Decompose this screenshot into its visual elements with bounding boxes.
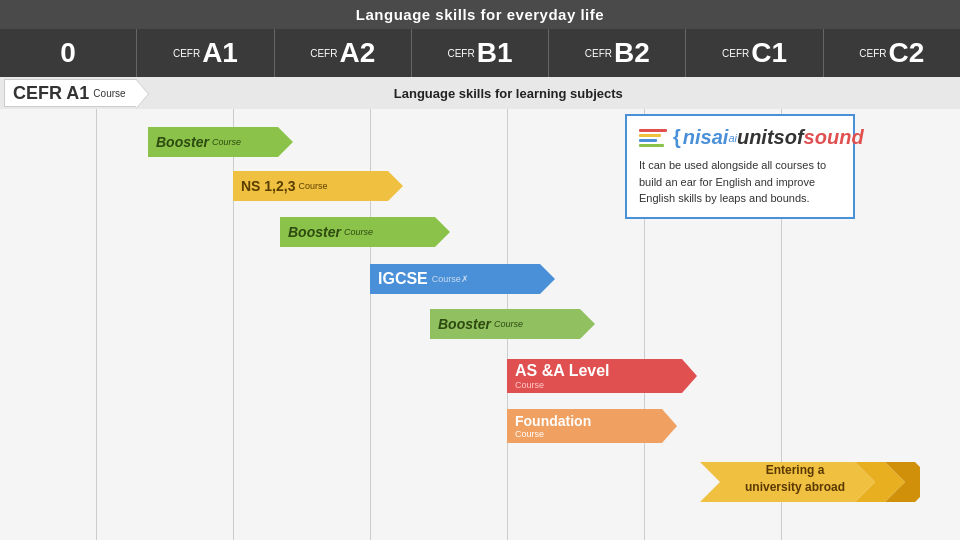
booster-course-2: Booster Course [280,217,435,247]
stripe-green [639,144,664,147]
cefr-level-b2: B2 [614,37,650,69]
cefr-cell-a1: CEFR A1 [137,29,274,77]
cefr-cell-c2: CEFR C2 [824,29,960,77]
as-level-sublabel: Course [515,380,610,390]
foundation-sublabel: Course [515,429,591,439]
cefr-row: 0 CEFR A1 CEFR A2 CEFR B1 CEFR B2 CEFR C… [0,29,960,77]
main-area: Booster Course NS 1,2,3 Course Booster C… [0,109,960,540]
igcse-course: IGCSE Course✗ [370,264,540,294]
cefr-level-0: 0 [60,37,76,69]
foundation-name: Foundation [515,413,591,429]
university-abroad-box: Entering auniversity abroad [700,457,920,507]
nisai-box: { nisaiai unitsofsound It can be used al… [625,114,855,219]
cefr-cell-b2: CEFR B2 [549,29,686,77]
booster3-name: Booster [438,316,491,332]
as-level-name: AS &A Level [515,362,610,379]
cefr-level-c2: C2 [889,37,925,69]
main-container: Language skills for everyday life 0 CEFR… [0,0,960,540]
nisai-description: It can be used alongside all courses to … [639,157,841,207]
cefr-label-c1: CEFR [722,48,749,59]
ns-course: NS 1,2,3 Course [233,171,388,201]
cefr-level-a1: A1 [202,37,238,69]
igcse-name: IGCSE [378,270,428,288]
ns-name: NS 1,2,3 [241,178,295,194]
cefr-cell-c1: CEFR C1 [686,29,823,77]
cefr-label-a1: CEFR [173,48,200,59]
nisai-head-icon: { [673,126,681,149]
nisai-logo: { nisaiai unitsofsound [639,126,841,149]
grid-line-1 [96,109,97,540]
nisai-sound-text: sound [804,126,864,149]
ns-sublabel: Course [298,181,327,191]
a1-course-label: CEFR A1 [13,83,89,104]
cefr-level-a2: A2 [339,37,375,69]
cefr-cell-b1: CEFR B1 [412,29,549,77]
a1-row: CEFR A1 Course Language skills for learn… [0,77,960,109]
booster1-name: Booster [156,134,209,150]
subjects-header: Language skills for learning subjects [137,86,960,101]
stripe-red [639,129,667,132]
nisai-of-text: of [785,126,804,149]
booster2-name: Booster [288,224,341,240]
stripe-yellow [639,134,661,137]
booster1-sublabel: Course [212,137,241,147]
igcse-sublabel: Course✗ [432,274,469,284]
foundation-course: Foundation Course [507,409,662,443]
nisai-trademark: ai [728,132,737,144]
stripe-blue [639,139,657,142]
as-level-course: AS &A Level Course [507,359,682,393]
nisai-brand-name: nisai [683,126,729,149]
cefr-label-c2: CEFR [859,48,886,59]
top-header: Language skills for everyday life [0,0,960,29]
a1-course-sublabel: Course [93,88,125,99]
logo-stripes [639,129,667,147]
cefr-label-a2: CEFR [310,48,337,59]
booster-course-3: Booster Course [430,309,580,339]
cefr-label-b1: CEFR [447,48,474,59]
a1-course-arrow: CEFR A1 Course [4,79,137,107]
cefr-level-b1: B1 [477,37,513,69]
nisai-units-text: units [737,126,785,149]
booster2-sublabel: Course [344,227,373,237]
cefr-cell-a2: CEFR A2 [275,29,412,77]
booster3-sublabel: Course [494,319,523,329]
cefr-level-c1: C1 [751,37,787,69]
university-text: Entering auniversity abroad [730,462,860,496]
cefr-label-b2: CEFR [585,48,612,59]
booster-course-1: Booster Course [148,127,278,157]
top-header-title: Language skills for everyday life [356,6,604,23]
cefr-cell-0: 0 [0,29,137,77]
